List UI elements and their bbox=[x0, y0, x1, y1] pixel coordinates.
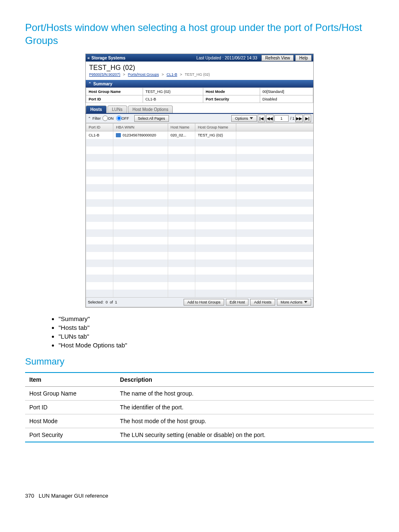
table-row bbox=[86, 199, 314, 207]
caret-down-icon bbox=[250, 117, 253, 119]
hosts-grid: Port ID HBA WWN Host Name Host Group Nam… bbox=[86, 123, 313, 297]
col-host-group-name[interactable]: Host Group Name bbox=[195, 123, 236, 131]
help-button[interactable]: Help bbox=[295, 55, 312, 61]
filter-label: Filter bbox=[92, 116, 101, 121]
breadcrumb-current: TEST_HG (02) bbox=[185, 72, 210, 77]
table-row[interactable]: CL1-B0123456789000020020_02...TEST_HG (0… bbox=[86, 131, 314, 139]
pager-page-input[interactable] bbox=[274, 115, 289, 122]
table-row bbox=[86, 139, 314, 146]
summary-bar-label: Summary bbox=[93, 82, 113, 86]
page-footer: 370 LUN Manager GUI reference bbox=[25, 493, 374, 499]
filter-off-radio[interactable]: OFF bbox=[116, 116, 129, 121]
summary-label: Port Security bbox=[203, 95, 260, 103]
desc-text: The LUN security setting (enable or disa… bbox=[116, 428, 374, 442]
breadcrumb: P9500(S/N:90207) > Ports/Host Groups > C… bbox=[86, 72, 313, 80]
tabs: Hosts LUNs Host Mode Options bbox=[86, 105, 313, 114]
page-number: 370 bbox=[25, 493, 34, 499]
table-row bbox=[86, 222, 314, 229]
pager-first-button[interactable]: |◀ bbox=[258, 115, 265, 122]
cell-port-id: CL1-B bbox=[86, 131, 113, 139]
pager-next-button[interactable]: ▶▶ bbox=[295, 115, 303, 122]
tab-luns[interactable]: LUNs bbox=[107, 105, 127, 113]
table-row bbox=[86, 282, 314, 290]
cell-host-group-name: TEST_HG (02) bbox=[195, 131, 236, 139]
summary-value: 00[Standard] bbox=[260, 88, 313, 95]
top-bar: « Storage Systems Last Updated : 2011/06… bbox=[86, 54, 313, 62]
desc-item: Port Security bbox=[25, 428, 116, 442]
section-title: Port/Hosts window when selecting a host … bbox=[25, 21, 374, 47]
summary-value: TEST_HG (02) bbox=[143, 88, 203, 95]
topbar-title: Storage Systems bbox=[92, 56, 197, 60]
add-hosts-button[interactable]: Add Hosts bbox=[250, 299, 275, 306]
chevron-up-icon: ⌃ bbox=[88, 82, 92, 86]
col-item: Item bbox=[25, 373, 116, 387]
grid-footer: Selected: 0 of 1 Add to Host Groups Edit… bbox=[86, 297, 313, 307]
table-row bbox=[86, 162, 314, 169]
table-row bbox=[86, 207, 314, 214]
table-row bbox=[86, 237, 314, 244]
refresh-view-button[interactable]: Refresh View bbox=[261, 55, 294, 61]
tab-hosts[interactable]: Hosts bbox=[86, 105, 107, 113]
select-all-pages-button[interactable]: Select All Pages bbox=[134, 115, 169, 122]
breadcrumb-link[interactable]: Ports/Host Groups bbox=[128, 72, 159, 77]
table-row bbox=[86, 177, 314, 184]
caret-down-icon bbox=[304, 301, 307, 303]
options-button[interactable]: Options bbox=[231, 115, 257, 122]
table-row bbox=[86, 290, 314, 297]
summary-label: Host Group Name bbox=[86, 88, 143, 95]
screenshot-panel: « Storage Systems Last Updated : 2011/06… bbox=[85, 54, 314, 308]
tab-host-mode-options[interactable]: Host Mode Options bbox=[128, 105, 173, 113]
col-host-name[interactable]: Host Name bbox=[168, 123, 195, 131]
collapse-icon[interactable]: « bbox=[87, 56, 90, 60]
filter-toolbar: ⌃ Filter ON OFF Select All Pages Options… bbox=[86, 114, 313, 123]
breadcrumb-link[interactable]: P9500(S/N:90207) bbox=[89, 72, 120, 77]
more-actions-button[interactable]: More Actions bbox=[277, 299, 311, 306]
table-row bbox=[86, 229, 314, 237]
breadcrumb-sep: > bbox=[161, 72, 164, 77]
last-updated: Last Updated : 2011/06/22 14:33 bbox=[196, 56, 257, 60]
table-row bbox=[86, 275, 314, 282]
add-to-host-groups-button[interactable]: Add to Host Groups bbox=[184, 299, 224, 306]
link-item: "Hosts tab" bbox=[59, 324, 374, 331]
cell-empty bbox=[236, 131, 313, 139]
chevron-up-icon: ⌃ bbox=[88, 116, 91, 121]
table-row bbox=[86, 192, 314, 199]
col-port-id[interactable]: Port ID bbox=[86, 123, 113, 131]
filter-on-radio[interactable]: ON bbox=[102, 116, 114, 121]
table-row bbox=[86, 252, 314, 260]
col-hba-wwn[interactable]: HBA WWN bbox=[113, 123, 168, 131]
cell-hba-wwn: 0123456789000020 bbox=[113, 131, 168, 139]
desc-item: Port ID bbox=[25, 400, 116, 414]
footer-text: LUN Manager GUI reference bbox=[39, 493, 108, 499]
desc-text: The host mode of the host group. bbox=[116, 414, 374, 428]
table-row bbox=[86, 267, 314, 275]
breadcrumb-link[interactable]: CL1-B bbox=[166, 72, 177, 77]
pager-total: / 1 bbox=[290, 116, 294, 121]
breadcrumb-sep: > bbox=[123, 72, 125, 77]
summary-heading: Summary bbox=[25, 356, 374, 367]
table-row bbox=[86, 146, 314, 154]
link-item: "Host Mode Options tab" bbox=[59, 342, 374, 349]
host-icon bbox=[116, 133, 121, 137]
table-row bbox=[86, 154, 314, 162]
link-item: "LUNs tab" bbox=[59, 333, 374, 340]
table-row bbox=[86, 214, 314, 222]
summary-value: CL1-B bbox=[143, 95, 203, 103]
table-row bbox=[86, 260, 314, 267]
pager-last-button[interactable]: ▶| bbox=[304, 115, 311, 122]
edit-host-button[interactable]: Edit Host bbox=[226, 299, 249, 306]
breadcrumb-sep: > bbox=[180, 72, 182, 77]
desc-item: Host Mode bbox=[25, 414, 116, 428]
summary-description-table: Item Description Host Group NameThe name… bbox=[25, 372, 374, 442]
summary-table: Host Group Name TEST_HG (02) Host Mode 0… bbox=[86, 87, 313, 103]
desc-text: The name of the host group. bbox=[116, 386, 374, 400]
summary-label: Host Mode bbox=[203, 88, 260, 95]
table-row bbox=[86, 184, 314, 192]
pager-prev-button[interactable]: ◀◀ bbox=[266, 115, 274, 122]
host-group-title: TEST_HG (02) bbox=[86, 62, 313, 72]
summary-label: Port ID bbox=[86, 95, 143, 103]
section-links: "Summary" "Hosts tab" "LUNs tab" "Host M… bbox=[43, 315, 374, 349]
table-row bbox=[86, 169, 314, 177]
col-description: Description bbox=[116, 373, 374, 387]
summary-bar[interactable]: ⌃ Summary bbox=[86, 80, 313, 87]
